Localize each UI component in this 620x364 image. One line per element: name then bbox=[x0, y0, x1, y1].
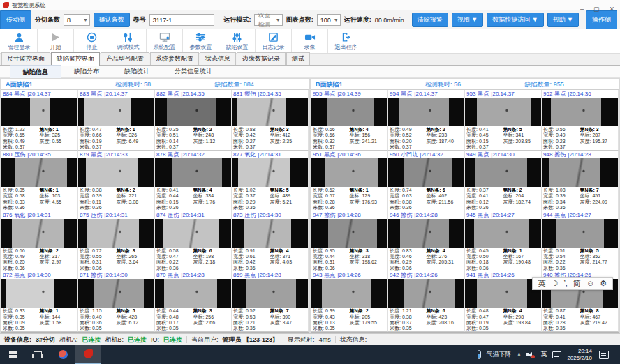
smiley-icon[interactable]: ☺ bbox=[586, 279, 594, 288]
defect-image[interactable] bbox=[465, 98, 541, 126]
parameter-settings-button[interactable]: 参数设置 bbox=[183, 29, 219, 53]
weather-text[interactable]: 气温下降 bbox=[487, 350, 512, 359]
defect-cell[interactable]: 948擦伤|20:14:28 长度: 1.08 宽度: 0.39 面积: 0.3… bbox=[542, 151, 619, 211]
roll-number-input[interactable]: 3117-1 bbox=[149, 14, 215, 26]
log-record-button[interactable]: 日志记录 bbox=[256, 29, 292, 53]
drive-side-button[interactable]: 传动侧 bbox=[0, 10, 31, 29]
punctuation-toggle[interactable]: ’, bbox=[563, 279, 568, 288]
subtab-class-info-statistics[interactable]: 分类信息统计 bbox=[162, 65, 225, 78]
panel-b-title[interactable]: B面缺陷1 bbox=[316, 80, 425, 89]
tab-status-info[interactable]: 状态信息 bbox=[200, 52, 236, 65]
subtab-defect-info[interactable]: 缺陷信息 bbox=[10, 65, 61, 79]
ime-language-toggle[interactable]: 英 bbox=[538, 279, 546, 288]
stop-button[interactable]: 停止 bbox=[74, 29, 110, 53]
defect-cell[interactable]: 878黑点|20:14:32 长度: 0.41 宽度: 0.44 面积: 0.1… bbox=[155, 151, 232, 211]
defect-image[interactable] bbox=[232, 158, 308, 187]
maximize-button[interactable]: ▢ bbox=[593, 6, 600, 13]
defect-image[interactable] bbox=[78, 279, 154, 308]
moon-icon[interactable]: ☽ bbox=[552, 279, 559, 288]
defect-image[interactable] bbox=[542, 98, 618, 126]
defect-image[interactable] bbox=[311, 98, 388, 126]
defect-cell[interactable]: 875压伤|20:14:31 长度: 0.72 宽度: 0.55 面积: 0.3… bbox=[78, 211, 155, 272]
tab-edge-data-record[interactable]: 边缘数据记录 bbox=[237, 52, 286, 65]
slit-count-select[interactable]: 8▼ bbox=[64, 14, 90, 26]
defect-image[interactable] bbox=[232, 219, 308, 248]
defect-image[interactable] bbox=[232, 279, 308, 308]
hidden-icons-chevron[interactable]: ∧ bbox=[517, 351, 522, 358]
start-button[interactable]: 开始 bbox=[38, 29, 74, 53]
defect-cell[interactable]: 876氧化|20:14:31 长度: 0.66 宽度: 0.49 面积: 0.2… bbox=[1, 211, 78, 272]
defect-cell[interactable]: 946擦伤|20:14:28 长度: 0.83 宽度: 0.46 面积: 0.2… bbox=[388, 211, 465, 272]
chart-points-select[interactable]: 100▼ bbox=[317, 14, 341, 26]
debug-mode-button[interactable]: 调试模式 bbox=[110, 29, 147, 53]
defect-image[interactable] bbox=[311, 158, 388, 187]
defect-image[interactable] bbox=[78, 219, 154, 248]
defect-cell[interactable]: 871擦伤|20:14:30 长度: 1.15 宽度: 0.40 面积: 0.3… bbox=[78, 271, 155, 332]
data-quick-access-button[interactable]: 数据快捷访问 ▼ bbox=[487, 13, 543, 27]
defect-image[interactable] bbox=[542, 219, 618, 248]
defect-image[interactable] bbox=[78, 98, 154, 126]
defect-cell[interactable]: 877氧化|20:14:31 长度: 1.02 宽度: 0.37 面积: 0.2… bbox=[232, 151, 309, 211]
defect-cell[interactable]: 951黑点|20:14:36 长度: 0.62 宽度: 0.57 面积: 0.2… bbox=[311, 151, 388, 211]
defect-cell[interactable]: 881擦伤|20:14:35 长度: 0.88 宽度: 0.42 面积: 0.2… bbox=[232, 90, 309, 151]
defect-image[interactable] bbox=[311, 279, 388, 308]
defect-cell[interactable]: 955黑点|20:14:39 长度: 0.66 宽度: 0.66 面积: 0.3… bbox=[311, 90, 388, 151]
operate-side-button[interactable]: 操作侧 bbox=[586, 10, 617, 29]
defect-cell[interactable]: 941黑点|20:14:26 长度: 0.48 宽度: 0.47 面积: 0.1… bbox=[465, 271, 542, 332]
defect-image[interactable] bbox=[465, 279, 541, 308]
defect-image[interactable] bbox=[1, 98, 78, 126]
view-menu-button[interactable]: 视图 ▼ bbox=[452, 13, 483, 27]
defect-image[interactable] bbox=[155, 98, 231, 126]
panel-a-title[interactable]: A面缺陷1 bbox=[6, 80, 115, 89]
ime-simplified-toggle[interactable]: 简 bbox=[573, 279, 581, 288]
defect-cell[interactable]: 943黑点|20:14:26 长度: 0.39 宽度: 0.43 面积: 0.1… bbox=[311, 271, 388, 332]
defect-cell[interactable]: 873压伤|20:14:30 长度: 0.91 宽度: 0.61 面积: 0.4… bbox=[232, 211, 309, 272]
defect-image[interactable] bbox=[155, 279, 231, 308]
taskbar-clock[interactable]: 20:142025/2/10 bbox=[567, 348, 592, 362]
minimize-button[interactable]: – bbox=[580, 6, 584, 13]
defect-image[interactable] bbox=[155, 158, 231, 187]
gear-icon[interactable]: ⚙ bbox=[600, 279, 607, 288]
defect-cell[interactable]: 944黑点|20:14:27 长度: 0.51 宽度: 0.54 面积: 0.2… bbox=[542, 211, 619, 272]
defect-image[interactable] bbox=[311, 219, 388, 248]
defect-cell[interactable]: 884黑点|20:14:37 长度: 1.23 宽度: 0.65 面积: 0.4… bbox=[1, 90, 78, 151]
defect-image[interactable] bbox=[465, 219, 541, 248]
defect-cell[interactable]: 952黑点|20:14:36 长度: 0.56 宽度: 0.49 面积: 0.2… bbox=[542, 90, 619, 151]
task-view-button[interactable] bbox=[25, 345, 50, 364]
active-app-button[interactable] bbox=[75, 345, 101, 364]
defect-image[interactable] bbox=[78, 158, 154, 187]
subtab-defect-distribution[interactable]: 缺陷分布 bbox=[61, 65, 112, 78]
defect-image[interactable] bbox=[388, 279, 464, 308]
defect-image[interactable] bbox=[542, 158, 618, 187]
notification-center-icon[interactable] bbox=[599, 351, 609, 359]
defect-cell[interactable]: 869黑点|20:14:28 长度: 0.52 宽度: 0.53 面积: 0.2… bbox=[232, 271, 309, 332]
defect-cell[interactable]: 953黑点|20:14:37 长度: 0.41 宽度: 0.45 面积: 0.1… bbox=[465, 90, 542, 151]
admin-login-button[interactable]: 管理登录 bbox=[1, 29, 38, 53]
defect-cell[interactable]: 954黑点|20:14:37 长度: 0.49 宽度: 0.52 面积: 0.2… bbox=[388, 90, 465, 151]
defect-image[interactable] bbox=[388, 219, 464, 248]
defect-cell[interactable]: 950小凹坑|20:14:32 长度: 0.74 宽度: 0.63 面积: 0.… bbox=[388, 151, 465, 211]
defect-cell[interactable]: 880压伤|20:14:35 长度: 0.85 宽度: 0.58 面积: 0.3… bbox=[1, 151, 78, 211]
defect-cell[interactable]: 883黑点|20:14:37 长度: 0.47 宽度: 0.66 面积: 0.1… bbox=[78, 90, 155, 151]
clear-alarm-button[interactable]: 清除报警 bbox=[412, 13, 448, 27]
tab-defect-monitor[interactable]: 缺陷监控界面 bbox=[51, 52, 100, 66]
defect-cell[interactable]: 945黑点|20:14:27 长度: 0.45 宽度: 0.50 面积: 0.1… bbox=[465, 211, 542, 272]
defect-cell[interactable]: 874压伤|20:14:31 长度: 0.58 宽度: 0.47 面积: 0.2… bbox=[155, 211, 232, 272]
tab-system-param-config[interactable]: 系统参数配置 bbox=[150, 52, 199, 65]
subtab-defect-statistics[interactable]: 缺陷统计 bbox=[112, 65, 162, 78]
defect-image[interactable] bbox=[232, 98, 308, 126]
defect-image[interactable] bbox=[388, 158, 464, 187]
keyboard-icon[interactable] bbox=[552, 351, 561, 358]
input-language-indicator[interactable]: 英 bbox=[540, 350, 547, 359]
defect-cell[interactable]: 879黑点|20:14:33 长度: 0.38 宽度: 0.39 面积: 0.1… bbox=[78, 151, 155, 211]
defect-settings-button[interactable]: 缺陷设置 bbox=[219, 29, 256, 53]
speaker-icon[interactable] bbox=[526, 351, 535, 358]
pinned-app-button[interactable] bbox=[50, 345, 75, 364]
record-video-button[interactable]: 录像 bbox=[292, 29, 328, 53]
tab-size-monitor[interactable]: 尺寸监控界面 bbox=[1, 52, 50, 65]
defect-cell[interactable]: 942擦伤|20:14:26 长度: 1.21 宽度: 0.38 面积: 0.3… bbox=[388, 271, 465, 332]
defect-image[interactable] bbox=[465, 158, 541, 187]
defect-cell[interactable]: 947擦伤|20:14:28 长度: 0.95 宽度: 0.44 面积: 0.3… bbox=[311, 211, 388, 272]
exit-program-button[interactable]: 退出程序 bbox=[328, 29, 364, 53]
defect-image[interactable] bbox=[1, 158, 78, 187]
